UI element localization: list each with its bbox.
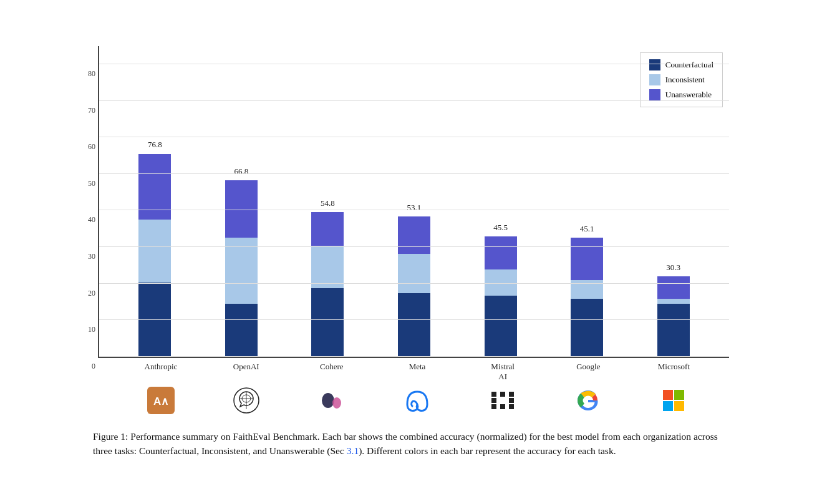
svg-rect-13 xyxy=(509,404,514,409)
grid-line: 80 xyxy=(99,64,729,64)
bar-segment-counterfactual xyxy=(225,304,258,357)
svg-rect-17 xyxy=(674,401,684,411)
svg-rect-9 xyxy=(491,398,496,403)
y-tick-label: 80 xyxy=(88,69,99,79)
bar-segment-unanswerable xyxy=(571,238,603,280)
bar-group: 30.3 xyxy=(657,276,690,356)
svg-rect-16 xyxy=(663,401,673,411)
bar-stack xyxy=(398,216,430,357)
logo-cell xyxy=(657,387,690,414)
cohere-logo xyxy=(318,387,346,414)
grid-line: 20 xyxy=(99,283,729,284)
x-label: Mistral AI xyxy=(486,362,519,382)
y-tick-label: 60 xyxy=(88,142,99,152)
openai-logo xyxy=(233,387,260,414)
y-tick-label: 50 xyxy=(88,178,99,188)
bar-value-label: 53.1 xyxy=(407,203,422,213)
grid-line: 30 xyxy=(99,246,729,247)
bar-segment-inconsistent xyxy=(311,246,344,288)
y-tick-label: 0 xyxy=(92,361,99,371)
y-axis-label xyxy=(93,46,98,358)
bar-segment-counterfactual xyxy=(311,288,344,357)
google-logo xyxy=(574,387,602,414)
y-tick-label: 30 xyxy=(88,252,99,261)
figure-container: Counterfactual Inconsistent Unanswerable xyxy=(68,34,754,471)
bar-segment-inconsistent xyxy=(225,238,258,304)
bar-group: 45.5 xyxy=(485,236,517,357)
x-label: Cohere xyxy=(316,362,348,382)
x-labels: AnthropicOpenAICohereMetaMistral AIGoogl… xyxy=(93,358,729,382)
y-tick-label: 20 xyxy=(88,288,99,298)
logo-cell: A∧ xyxy=(145,387,177,414)
logo-cell xyxy=(230,387,263,414)
bar-segment-unanswerable xyxy=(311,212,344,246)
bar-group: 76.8 xyxy=(138,153,171,356)
bar-value-label: 76.8 xyxy=(148,140,162,150)
svg-rect-12 xyxy=(500,404,505,409)
meta-logo xyxy=(404,387,431,414)
bar-stack xyxy=(138,153,171,356)
logo-cell xyxy=(316,387,348,414)
bar-value-label: 30.3 xyxy=(666,263,680,273)
y-tick-label: 40 xyxy=(88,215,99,225)
bar-segment-counterfactual xyxy=(398,293,430,357)
x-label: Microsoft xyxy=(657,362,690,382)
bar-segment-counterfactual xyxy=(485,296,517,356)
bars-and-grid: Counterfactual Inconsistent Unanswerable xyxy=(98,46,729,358)
bar-segment-inconsistent xyxy=(138,220,171,283)
logo-cell xyxy=(572,387,604,414)
bar-segment-inconsistent xyxy=(657,299,690,304)
svg-rect-6 xyxy=(491,392,496,397)
bar-value-label: 45.5 xyxy=(493,223,508,233)
grid-line: 10 xyxy=(99,319,729,320)
svg-point-4 xyxy=(322,393,334,408)
x-label: OpenAI xyxy=(230,362,263,382)
bar-segment-unanswerable xyxy=(225,180,258,238)
chart-top: Counterfactual Inconsistent Unanswerable xyxy=(98,46,729,358)
chart-area: Counterfactual Inconsistent Unanswerable xyxy=(93,46,729,358)
bar-group: 53.1 xyxy=(398,216,430,357)
bar-stack xyxy=(571,238,603,357)
svg-rect-11 xyxy=(491,404,496,409)
bar-segment-unanswerable xyxy=(398,216,430,254)
svg-rect-15 xyxy=(674,390,684,400)
caption-link[interactable]: 3.1 xyxy=(347,445,359,456)
x-label: Anthropic xyxy=(145,362,177,382)
svg-text:A∧: A∧ xyxy=(153,395,168,407)
svg-rect-8 xyxy=(509,392,514,397)
bar-value-label: 66.8 xyxy=(234,167,248,177)
y-tick-label: 10 xyxy=(88,325,99,334)
y-tick-label: 70 xyxy=(88,105,99,115)
bar-segment-counterfactual xyxy=(657,304,690,357)
grid-line: 50 xyxy=(99,173,729,174)
svg-rect-14 xyxy=(663,390,673,400)
svg-rect-10 xyxy=(509,398,514,403)
bar-value-label: 54.8 xyxy=(321,198,335,208)
grid-line: 40 xyxy=(99,210,729,210)
bar-stack xyxy=(485,236,517,357)
x-label: Meta xyxy=(401,362,433,382)
bar-segment-unanswerable xyxy=(657,276,690,298)
bar-segment-counterfactual xyxy=(571,299,603,357)
logos-row: A∧ xyxy=(93,382,729,414)
chart-inner: Counterfactual Inconsistent Unanswerable xyxy=(98,46,729,358)
logo-cell xyxy=(486,387,519,414)
bar-stack xyxy=(225,180,258,357)
logo-cell xyxy=(401,387,433,414)
bar-segment-inconsistent xyxy=(398,254,430,294)
grid-line: 0 xyxy=(99,356,729,357)
bar-group: 54.8 xyxy=(311,212,344,357)
figure-caption: Figure 1: Performance summary on FaithEv… xyxy=(93,429,729,458)
bar-stack xyxy=(311,212,344,357)
grid-line: 60 xyxy=(99,137,729,137)
bar-stack xyxy=(657,276,690,356)
bar-group: 45.1 xyxy=(571,238,603,357)
svg-point-5 xyxy=(332,397,341,409)
caption-text: Figure 1: Performance summary on FaithEv… xyxy=(93,431,718,456)
x-label: Google xyxy=(572,362,604,382)
anthropic-logo: A∧ xyxy=(147,387,175,414)
bars-container: 76.866.854.853.145.545.130.3 xyxy=(99,46,729,357)
bar-group: 66.8 xyxy=(225,180,258,357)
mistral-logo xyxy=(489,387,516,414)
svg-rect-7 xyxy=(500,392,505,397)
